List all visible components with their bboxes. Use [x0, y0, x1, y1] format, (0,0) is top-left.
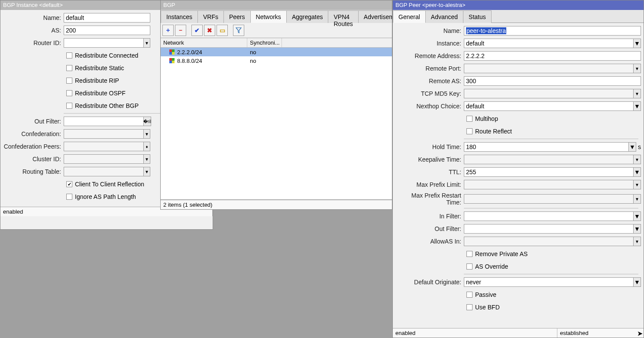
peer-remoteaddr-input[interactable]: [464, 51, 641, 61]
tab-vpn4-routes[interactable]: VPN4 Routes: [328, 10, 358, 23]
instance-outfilter-input[interactable]: [64, 117, 143, 126]
networks-grid[interactable]: Network Synchroni... 2.2.2.0/24no8.8.8.0…: [161, 38, 392, 200]
instance-routingtable-input[interactable]: [64, 167, 143, 176]
redistribute-connected-checkbox[interactable]: [66, 52, 72, 58]
peer-tcpmd5-combo[interactable]: ▼: [464, 89, 641, 98]
peer-default-originate-combo[interactable]: ⯆: [464, 277, 641, 287]
dropdown-arrow-icon[interactable]: ⯆: [633, 224, 641, 234]
instance-clusterid-input[interactable]: [64, 154, 143, 164]
table-row[interactable]: 2.2.2.0/24no: [161, 48, 392, 56]
passive-checkbox[interactable]: [466, 292, 472, 298]
peer-infilter-input[interactable]: [464, 211, 633, 221]
dropdown-arrow-icon[interactable]: ⯆: [628, 142, 636, 152]
peer-remoteport-combo[interactable]: ▼: [464, 64, 641, 73]
peer-holdtime-input[interactable]: [464, 142, 628, 152]
dropdown-icon[interactable]: ▼: [633, 180, 641, 189]
dropdown-arrow-icon[interactable]: ⯆: [633, 39, 641, 48]
instance-clusterid-combo[interactable]: ▼: [64, 154, 150, 164]
dropdown-icon[interactable]: ▼: [633, 237, 641, 246]
peer-remoteas-input[interactable]: [464, 76, 641, 86]
dropdown-icon[interactable]: ▼: [633, 89, 641, 98]
table-row[interactable]: 8.8.8.0/24no: [161, 56, 392, 65]
instance-outfilter-combo[interactable]: �ril: [64, 117, 150, 126]
peer-nexthop-combo[interactable]: ⯆: [464, 101, 641, 111]
multihop-checkbox[interactable]: [466, 116, 472, 122]
dropdown-arrow-icon[interactable]: ⯆: [633, 167, 641, 177]
dropdown-arrow-icon[interactable]: ⯆: [633, 101, 641, 111]
peer-tcpmd5-input[interactable]: [464, 89, 633, 98]
comment-button[interactable]: ▭: [217, 25, 228, 36]
peer-maxprefix-combo[interactable]: ▼: [464, 180, 641, 189]
instance-name-input[interactable]: [64, 13, 150, 23]
instance-confed-input[interactable]: [64, 129, 143, 139]
dropdown-icon[interactable]: ▼: [143, 167, 150, 176]
dropdown-icon[interactable]: ▼: [143, 38, 150, 48]
tab-networks[interactable]: Networks: [250, 10, 287, 23]
instance-routerid-input[interactable]: [64, 38, 143, 48]
dropdown-icon[interactable]: ▼: [633, 194, 641, 204]
peer-holdtime-combo[interactable]: ⯆: [464, 142, 636, 152]
client-reflection-checkbox[interactable]: [66, 181, 72, 187]
peer-name-input[interactable]: peer-to-alestra: [464, 26, 641, 36]
synchronize-cell: no: [247, 57, 282, 65]
redistribute-static-checkbox[interactable]: [66, 65, 72, 71]
ignore-as-path-checkbox[interactable]: [66, 194, 72, 200]
instance-clusterid-label: Cluster ID:: [3, 156, 64, 162]
instance-routerid-combo[interactable]: ▼: [64, 38, 150, 48]
dropdown-arrow-icon[interactable]: �ril: [143, 117, 151, 126]
tab-instances[interactable]: Instances: [161, 10, 198, 23]
peer-remoteport-input[interactable]: [464, 64, 633, 73]
redistribute-rip-checkbox[interactable]: [66, 78, 72, 84]
filter-button[interactable]: [233, 25, 244, 36]
peer-outfilter-input[interactable]: [464, 224, 633, 234]
dropdown-icon[interactable]: ▼: [633, 64, 641, 73]
dropdown-icon[interactable]: ▼: [143, 154, 150, 164]
dropdown-icon[interactable]: ▼: [143, 129, 150, 139]
dropdown-arrow-icon[interactable]: ⯆: [633, 211, 641, 221]
instance-confed-combo[interactable]: ▼: [64, 129, 150, 139]
add-button[interactable]: ＋: [162, 25, 174, 36]
peer-maxprefixrestart-input[interactable]: [464, 194, 633, 204]
column-network[interactable]: Network: [161, 38, 247, 47]
tab-peers[interactable]: Peers: [223, 10, 251, 23]
peer-ttl-input[interactable]: [464, 167, 633, 177]
peer-allowas-combo[interactable]: ▼: [464, 237, 641, 246]
instance-as-input[interactable]: [64, 26, 150, 35]
tab-advertisements[interactable]: Advertisements: [358, 10, 392, 23]
peer-allowas-input[interactable]: [464, 237, 633, 246]
peer-maxprefix-input[interactable]: [464, 180, 633, 189]
enable-button[interactable]: ✔: [191, 25, 203, 36]
as-override-checkbox[interactable]: [466, 263, 472, 270]
peer-instance-combo[interactable]: ⯆: [464, 39, 641, 48]
peer-default-originate-input[interactable]: [464, 277, 633, 287]
use-bfd-checkbox[interactable]: [466, 304, 472, 310]
route-reflect-checkbox[interactable]: [466, 128, 472, 134]
peer-keepalive-input[interactable]: [464, 155, 633, 164]
peer-outfilter-label: Out Filter:: [395, 225, 464, 232]
tab-advanced[interactable]: Advanced: [425, 10, 463, 23]
tab-status[interactable]: Status: [463, 10, 492, 23]
spinner-icon[interactable]: ♦: [143, 142, 150, 151]
tab-vrfs[interactable]: VRFs: [197, 10, 224, 23]
peer-ttl-combo[interactable]: ⯆: [464, 167, 641, 177]
instance-confedpeers-combo[interactable]: ♦: [64, 142, 150, 151]
tab-aggregates[interactable]: Aggregates: [286, 10, 329, 23]
instance-confedpeers-input[interactable]: [64, 142, 143, 151]
remove-button[interactable]: －: [175, 25, 186, 36]
peer-keepalive-combo[interactable]: ▼: [464, 155, 641, 164]
remove-private-as-checkbox[interactable]: [466, 251, 472, 257]
dropdown-arrow-icon[interactable]: ⯆: [633, 277, 641, 287]
peer-maxprefixrestart-combo[interactable]: ▼: [464, 194, 641, 204]
disable-button[interactable]: ✖: [204, 25, 215, 36]
redistribute-other-bgp-checkbox[interactable]: [66, 103, 72, 109]
redistribute-connected-label: Redistribute Connected: [75, 52, 138, 59]
peer-infilter-combo[interactable]: ⯆: [464, 211, 641, 221]
dropdown-icon[interactable]: ▼: [633, 155, 641, 164]
column-synchronize[interactable]: Synchroni...: [247, 38, 282, 47]
peer-outfilter-combo[interactable]: ⯆: [464, 224, 641, 234]
peer-instance-input[interactable]: [464, 39, 633, 48]
tab-general[interactable]: General: [393, 10, 426, 23]
peer-nexthop-input[interactable]: [464, 101, 633, 111]
redistribute-ospf-checkbox[interactable]: [66, 90, 72, 96]
instance-routingtable-combo[interactable]: ▼: [64, 167, 150, 176]
